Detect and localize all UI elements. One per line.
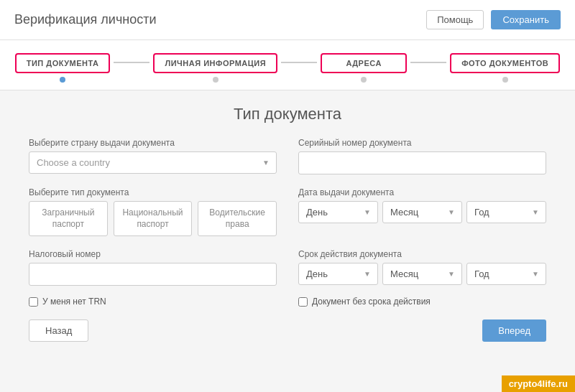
expiry-month-wrapper: Месяц ▼ [382, 263, 462, 285]
issue-date-group: Дата выдачи документа День ▼ Месяц ▼ [298, 187, 546, 236]
issue-month-select[interactable]: Месяц [382, 201, 462, 223]
page-title: Верификация личности [14, 12, 157, 27]
doc-type-buttons: Заграничный паспорт Национальный паспорт… [29, 201, 277, 236]
step-3-dot [361, 77, 367, 83]
country-group: Выберите страну выдачи документа Choose … [29, 138, 277, 174]
steps-container: ТИП ДОКУМЕНТА ЛИЧНАЯ ИНФОРМАЦИЯ АДРЕСА Ф… [0, 40, 575, 90]
step-1-dot [60, 77, 65, 83]
row-country-serial: Выберите страну выдачи документа Choose … [29, 138, 546, 174]
issue-month-wrapper: Месяц ▼ [382, 201, 462, 223]
step-4-label: ФОТО ДОКУМЕНТОВ [450, 53, 560, 73]
save-button[interactable]: Сохранить [491, 10, 561, 29]
serial-input[interactable] [298, 151, 546, 174]
tax-label: Налоговый номер [29, 249, 277, 259]
no-expiry-checkbox-row: Документ без срока действия [298, 297, 546, 307]
step-3[interactable]: АДРЕСА [321, 53, 407, 83]
serial-label: Серийный номер документа [298, 138, 546, 148]
issue-year-select[interactable]: Год [466, 201, 546, 223]
no-expiry-checkbox[interactable] [298, 297, 308, 307]
row-tax-expiry: Налоговый номер Срок действия документа … [29, 249, 546, 286]
no-trn-checkbox-row: У меня нет TRN [29, 297, 277, 307]
main-content: Тип документа Выберите страну выдачи док… [0, 90, 575, 363]
no-trn-checkbox[interactable] [29, 297, 38, 307]
expiry-day-wrapper: День ▼ [298, 263, 378, 285]
doctype-national[interactable]: Национальный паспорт [114, 201, 193, 236]
header-buttons: Помощь Сохранить [426, 10, 561, 29]
watermark: crypto4life.ru [502, 375, 575, 392]
issue-day-wrapper: День ▼ [298, 201, 378, 223]
issue-day-select[interactable]: День [298, 201, 378, 223]
header: Верификация личности Помощь Сохранить [0, 0, 575, 40]
back-button[interactable]: Назад [29, 319, 88, 342]
expiry-label: Срок действия документа [298, 249, 546, 259]
no-trn-label[interactable]: У меня нет TRN [42, 297, 106, 307]
doctype-driver[interactable]: Водительские права [198, 201, 277, 236]
expiry-year-wrapper: Год ▼ [466, 263, 546, 285]
step-1-label: ТИП ДОКУМЕНТА [15, 53, 111, 73]
no-expiry-label[interactable]: Документ без срока действия [312, 297, 431, 307]
step-2-label: ЛИЧНАЯ ИНФОРМАЦИЯ [153, 53, 277, 73]
tax-input[interactable] [29, 263, 277, 286]
row-checkboxes: У меня нет TRN Документ без срока действ… [29, 293, 546, 307]
doctype-label: Выберите тип документа [29, 187, 277, 197]
step-2[interactable]: ЛИЧНАЯ ИНФОРМАЦИЯ [153, 53, 277, 83]
expiry-month-select[interactable]: Месяц [382, 263, 462, 285]
help-button[interactable]: Помощь [426, 10, 484, 29]
expiry-group: Срок действия документа День ▼ Месяц ▼ [298, 249, 546, 286]
expiry-date-selects: День ▼ Месяц ▼ Год ▼ [298, 263, 546, 285]
row-doctype-issuedate: Выберите тип документа Заграничный паспо… [29, 187, 546, 236]
no-trn-group: У меня нет TRN [29, 293, 277, 307]
step-line-1 [114, 62, 150, 63]
expiry-day-select[interactable]: День [298, 263, 378, 285]
tax-group: Налоговый номер [29, 249, 277, 286]
step-line-2 [281, 62, 317, 63]
country-select-wrapper: Choose a country ▼ [29, 151, 277, 174]
issue-year-wrapper: Год ▼ [466, 201, 546, 223]
step-1[interactable]: ТИП ДОКУМЕНТА [15, 53, 111, 83]
issue-date-label: Дата выдачи документа [298, 187, 546, 197]
issue-date-selects: День ▼ Месяц ▼ Год ▼ [298, 201, 546, 223]
step-line-3 [410, 62, 446, 63]
serial-group: Серийный номер документа [298, 138, 546, 174]
country-label: Выберите страну выдачи документа [29, 138, 277, 148]
doctype-group: Выберите тип документа Заграничный паспо… [29, 187, 277, 236]
next-button[interactable]: Вперед [482, 319, 546, 342]
no-expiry-group: Документ без срока действия [298, 293, 546, 307]
country-select[interactable]: Choose a country [29, 151, 277, 174]
section-title: Тип документа [29, 105, 546, 123]
step-4-dot [502, 77, 508, 83]
footer-buttons: Назад Вперед [29, 319, 546, 349]
step-4[interactable]: ФОТО ДОКУМЕНТОВ [450, 53, 560, 83]
step-3-label: АДРЕСА [321, 53, 407, 73]
expiry-year-select[interactable]: Год [466, 263, 546, 285]
doctype-international[interactable]: Заграничный паспорт [29, 201, 108, 236]
step-2-dot [213, 77, 218, 83]
